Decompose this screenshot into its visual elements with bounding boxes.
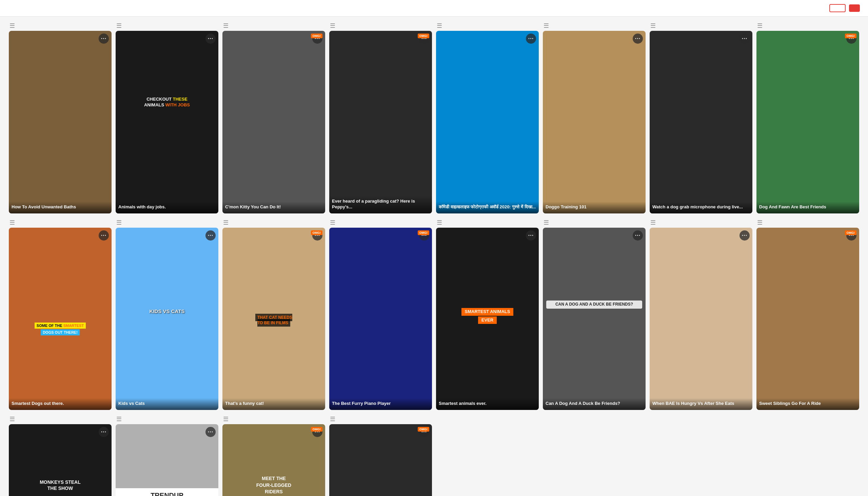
- smartest-animals-overlay: SMARTEST ANIMALSEVER: [436, 308, 539, 324]
- video-col-v13: ☰···SMARTEST ANIMALSEVERSmartest animals…: [434, 219, 541, 416]
- video-card-v13[interactable]: ···SMARTEST ANIMALSEVERSmartest animals …: [436, 228, 539, 410]
- card-title: Can A Dog And A Duck Be Friends?: [543, 398, 646, 410]
- video-col-v2: ☰···CHECKOUT THESEANIMALS WITH JOBSAnima…: [114, 22, 220, 219]
- omg-badge: OMG!: [418, 33, 430, 38]
- video-col-v11: ☰···OMG!THAT CAT NEEDSTO BE IN FILMSThat…: [220, 219, 327, 416]
- drag-handle[interactable]: ☰: [329, 219, 432, 226]
- video-col-v10: ☰···Kids vs CatsKids vs Cats: [114, 219, 220, 416]
- video-card-v20[interactable]: ···OMG!: [329, 424, 432, 496]
- card-title: Ever heard of a paragliding cat? Here is…: [329, 196, 432, 214]
- video-card-v19[interactable]: ···OMG!MEET THEFOUR-LEGGEDRIDERSMeet The…: [222, 424, 325, 496]
- card-title: That's a funny cat!: [222, 398, 325, 410]
- video-col-v16: ☰···OMG!Sweet Siblings Go For A Ride: [754, 219, 861, 416]
- video-card-v6[interactable]: ···Doggo Training 101: [543, 31, 646, 214]
- video-col-v17: ☰···MONKEYS STEALTHE SHOWMonkeys Steal T…: [7, 415, 114, 496]
- add-playlist-button[interactable]: [829, 4, 845, 12]
- more-menu-button[interactable]: ···: [739, 230, 750, 241]
- card-title: Animals with day jobs.: [116, 202, 218, 214]
- video-row-3: ☰···MONKEYS STEALTHE SHOWMonkeys Steal T…: [7, 415, 861, 496]
- video-card-v8[interactable]: ···OMG!Dog And Fawn Are Best Friends: [757, 31, 859, 214]
- grid-container: ☰···How To Avoid Unwanted Baths☰···CHECK…: [0, 17, 868, 496]
- video-card-v12[interactable]: ···OMG!The Best Furry Piano Player: [329, 228, 432, 410]
- cat-films-overlay: THAT CAT NEEDSTO BE IN FILMS: [222, 315, 325, 326]
- drag-handle[interactable]: ☰: [222, 219, 325, 226]
- drag-handle[interactable]: ☰: [436, 22, 539, 30]
- more-menu-button[interactable]: ···: [206, 230, 216, 241]
- embed-button[interactable]: [849, 4, 860, 12]
- can-dog-overlay: Can A Dog And A Duck Be Friends?: [546, 300, 642, 309]
- riders-overlay: MEET THEFOUR-LEGGEDRIDERS: [222, 475, 325, 495]
- video-card-v15[interactable]: ···When BAE Is Hungry Vs After She Eats: [650, 228, 752, 410]
- drag-handle[interactable]: ☰: [436, 219, 539, 226]
- video-col-v8: ☰···OMG!Dog And Fawn Are Best Friends: [754, 22, 861, 219]
- more-menu-button[interactable]: ···: [206, 427, 216, 437]
- video-col-v18: ☰···TrendUpTrendUp: [114, 415, 220, 496]
- video-col-v14: ☰···Can A Dog And A Duck Be Friends?Can …: [541, 219, 648, 416]
- kids-cats-overlay: Kids vs Cats: [116, 308, 218, 315]
- video-card-v4[interactable]: ···OMG!Ever heard of a paragliding cat? …: [329, 31, 432, 214]
- video-card-v7[interactable]: ···Watch a dog grab microphone during li…: [650, 31, 752, 214]
- video-card-v14[interactable]: ···Can A Dog And A Duck Be Friends?Can A…: [543, 228, 646, 410]
- video-card-v16[interactable]: ···OMG!Sweet Siblings Go For A Ride: [757, 228, 859, 410]
- more-menu-button[interactable]: ···: [633, 230, 643, 241]
- video-card-v9[interactable]: ···SOME OF THE SMARTESTDOGS OUT THERE!Sm…: [9, 228, 111, 410]
- card-title: How To Avoid Unwanted Baths: [9, 202, 111, 214]
- drag-handle[interactable]: ☰: [543, 22, 646, 30]
- drag-handle[interactable]: ☰: [9, 415, 111, 423]
- video-card-v11[interactable]: ···OMG!THAT CAT NEEDSTO BE IN FILMSThat'…: [222, 228, 325, 410]
- drag-handle[interactable]: ☰: [650, 219, 752, 226]
- video-col-v5: ☰···कॉमेडी वाइल्डलाइफ फोटोग्राफी अवॉर्ड …: [434, 22, 541, 219]
- card-title: कॉमेडी वाइल्डलाइफ फोटोग्राफी अवॉर्ड 2020…: [436, 202, 539, 214]
- video-col-v1: ☰···How To Avoid Unwanted Baths: [7, 22, 114, 219]
- video-card-v1[interactable]: ···How To Avoid Unwanted Baths: [9, 31, 111, 214]
- card-title: The Best Furry Piano Player: [329, 398, 432, 410]
- more-menu-button[interactable]: ···: [526, 230, 536, 241]
- more-menu-button[interactable]: ···: [633, 33, 643, 44]
- drag-handle[interactable]: ☰: [116, 219, 218, 226]
- video-row-1: ☰···How To Avoid Unwanted Baths☰···CHECK…: [7, 22, 861, 219]
- video-card-v3[interactable]: ···OMG!C'mon Kitty You Can Do It!: [222, 31, 325, 214]
- more-menu-button[interactable]: ···: [526, 33, 536, 44]
- video-col-v20: ☰···OMG!: [327, 415, 434, 496]
- video-col-v15: ☰···When BAE Is Hungry Vs After She Eats: [648, 219, 754, 416]
- drag-handle[interactable]: ☰: [329, 22, 432, 30]
- more-menu-button[interactable]: ···: [99, 33, 109, 44]
- more-menu-button[interactable]: ···: [99, 230, 109, 241]
- trendup-overlay: TrendUp: [116, 488, 218, 496]
- video-row-2: ☰···SOME OF THE SMARTESTDOGS OUT THERE!S…: [7, 219, 861, 416]
- omg-badge: OMG!: [418, 427, 430, 432]
- drag-handle[interactable]: ☰: [222, 415, 325, 423]
- drag-handle[interactable]: ☰: [116, 415, 218, 423]
- video-card-v17[interactable]: ···MONKEYS STEALTHE SHOWMonkeys Steal Th…: [9, 424, 111, 496]
- video-col-v9: ☰···SOME OF THE SMARTESTDOGS OUT THERE!S…: [7, 219, 114, 416]
- video-col-v19: ☰···OMG!MEET THEFOUR-LEGGEDRIDERSMeet Th…: [220, 415, 327, 496]
- more-menu-button[interactable]: ···: [206, 33, 216, 44]
- smartest-dogs-overlay: SOME OF THE SMARTESTDOGS OUT THERE!: [9, 323, 111, 336]
- omg-badge: OMG!: [311, 33, 323, 38]
- drag-handle[interactable]: ☰: [9, 22, 111, 30]
- card-title: Doggo Training 101: [543, 202, 646, 214]
- checkout-overlay: CHECKOUT THESEANIMALS WITH JOBS: [116, 96, 218, 108]
- drag-handle[interactable]: ☰: [222, 22, 325, 30]
- omg-badge: OMG!: [418, 230, 430, 235]
- video-card-v10[interactable]: ···Kids vs CatsKids vs Cats: [116, 228, 218, 410]
- video-col-v6: ☰···Doggo Training 101: [541, 22, 648, 219]
- drag-handle[interactable]: ☰: [757, 219, 859, 226]
- drag-handle[interactable]: ☰: [757, 22, 859, 30]
- drag-handle[interactable]: ☰: [543, 219, 646, 226]
- video-card-v5[interactable]: ···कॉमेडी वाइल्डलाइफ फोटोग्राफी अवॉर्ड 2…: [436, 31, 539, 214]
- drag-handle[interactable]: ☰: [9, 219, 111, 226]
- drag-handle[interactable]: ☰: [116, 22, 218, 30]
- more-menu-button[interactable]: ···: [739, 33, 750, 44]
- top-bar: [0, 0, 868, 17]
- video-col-v12: ☰···OMG!The Best Furry Piano Player: [327, 219, 434, 416]
- drag-handle[interactable]: ☰: [329, 415, 432, 423]
- drag-handle[interactable]: ☰: [650, 22, 752, 30]
- card-title: C'mon Kitty You Can Do It!: [222, 202, 325, 214]
- video-card-v18[interactable]: ···TrendUpTrendUp: [116, 424, 218, 496]
- omg-badge: OMG!: [845, 230, 857, 235]
- omg-badge: OMG!: [311, 230, 323, 235]
- more-menu-button[interactable]: ···: [99, 427, 109, 437]
- video-card-v2[interactable]: ···CHECKOUT THESEANIMALS WITH JOBSAnimal…: [116, 31, 218, 214]
- card-title: When BAE Is Hungry Vs After She Eats: [650, 398, 752, 410]
